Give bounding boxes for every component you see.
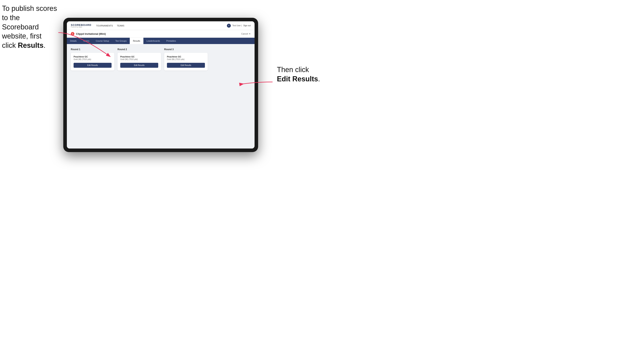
tab-leaderboards[interactable]: Leaderboards (144, 38, 163, 44)
round-3-title: Round 3 (164, 48, 208, 51)
tab-tee-groups[interactable]: Tee Groups (112, 38, 130, 44)
tab-printables[interactable]: Printables (163, 38, 179, 44)
annotation-left-results: Results (18, 41, 44, 49)
navbar-right: T Test User | Sign out (227, 24, 250, 28)
navbar: SCOREBOARD Powered by clippd TOURNAMENTS… (67, 21, 254, 30)
logo-text: SCOREBOARD (71, 24, 92, 26)
logo-area: SCOREBOARD Powered by clippd (71, 24, 92, 28)
annotation-right: Then click Edit Results. (277, 65, 320, 84)
nav-links: TOURNAMENTS TEAMS (96, 24, 227, 28)
tab-results[interactable]: Results (130, 38, 144, 44)
nav-tournaments[interactable]: TOURNAMENTS (96, 24, 113, 28)
annotation-right-suffix: . (318, 75, 320, 83)
round-3-course: Peachtree GC (167, 55, 205, 58)
round-2-title: Round 2 (118, 48, 161, 51)
nav-teams[interactable]: TEAMS (117, 24, 124, 28)
round-3-details: Gold (M) (7010 yds) (167, 58, 205, 60)
annotation-right-edit: Edit Results (277, 75, 318, 83)
round-2-card: Peachtree GC Gold (M) (7010 yds) Edit Re… (118, 53, 161, 70)
annotation-left-line2: to the Scoreboard (2, 14, 39, 31)
edit-results-button-3[interactable]: Edit Results (167, 63, 205, 68)
logo-sub: Powered by clippd (71, 26, 92, 28)
round-2-column: Round 2 Peachtree GC Gold (M) (7010 yds)… (118, 48, 161, 70)
round-3-column: Round 3 Peachtree GC Gold (M) (7010 yds)… (164, 48, 208, 70)
user-avatar: T (227, 24, 231, 28)
round-3-card: Peachtree GC Gold (M) (7010 yds) Edit Re… (164, 53, 208, 70)
edit-results-button-1[interactable]: Edit Results (74, 63, 112, 68)
round-2-course: Peachtree GC (120, 55, 158, 58)
edit-results-button-2[interactable]: Edit Results (120, 63, 158, 68)
arrow-left (52, 31, 114, 59)
arrow-right (241, 78, 274, 89)
annotation-left-line4-prefix: click (2, 41, 18, 49)
close-icon: ✕ (249, 33, 250, 35)
annotation-right-line1: Then click (277, 66, 309, 74)
round-2-details: Gold (M) (7010 yds) (120, 58, 158, 60)
cancel-button[interactable]: Cancel ✕ (241, 33, 250, 35)
user-label: Test User | (232, 24, 242, 27)
annotation-left-line1: To publish scores (2, 4, 57, 12)
annotation-left-suffix: . (44, 41, 46, 49)
annotation-left-line3: website, first (2, 32, 42, 40)
cancel-label: Cancel (241, 33, 248, 35)
content-area: Round 1 Peachtree GC Gold (M) (7010 yds)… (67, 44, 254, 149)
annotation-left: To publish scores to the Scoreboard webs… (2, 4, 57, 50)
sign-out-link[interactable]: Sign out (243, 24, 250, 27)
